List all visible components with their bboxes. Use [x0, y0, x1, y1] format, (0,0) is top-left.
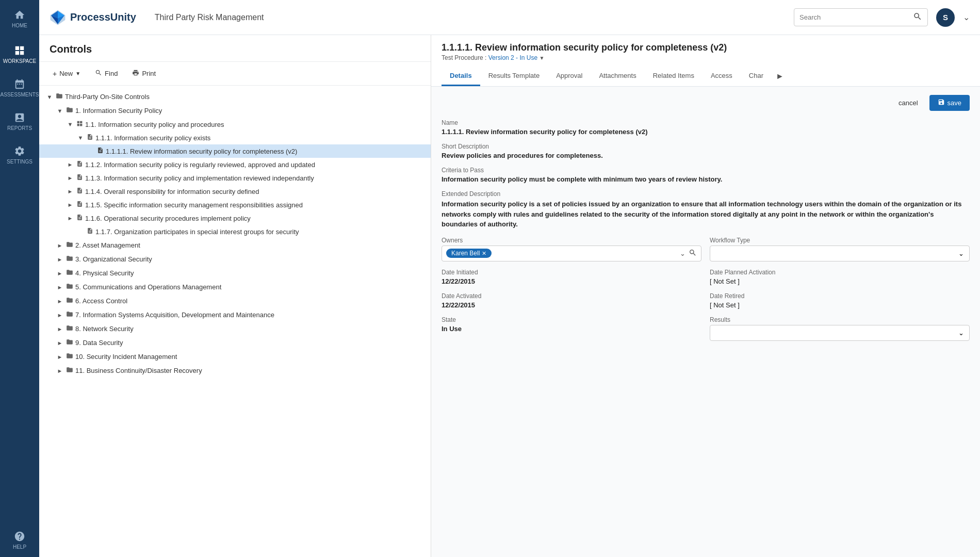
tab-char[interactable]: Char: [741, 67, 772, 86]
new-button[interactable]: + New ▼: [50, 68, 84, 80]
toggle-1-1[interactable]: ▼: [66, 121, 74, 127]
toggle-5[interactable]: ►: [56, 284, 64, 290]
toggle-6[interactable]: ►: [56, 298, 64, 304]
tree-node-1[interactable]: ▼ 1. Information Security Policy: [39, 104, 431, 118]
owners-workflow-row: Owners Karen Bell ✕ ⌄: [442, 237, 970, 261]
user-avatar[interactable]: S: [936, 8, 955, 27]
user-menu-chevron[interactable]: ⌄: [963, 12, 970, 22]
owners-chevron-icon[interactable]: ⌄: [680, 250, 685, 257]
owners-field[interactable]: Karen Bell ✕ ⌄: [442, 245, 701, 261]
tab-more-button[interactable]: ►: [772, 67, 788, 86]
toggle-4[interactable]: ►: [56, 270, 64, 276]
version-link[interactable]: Version 2 - In Use: [488, 54, 537, 61]
owners-search-icon[interactable]: [689, 249, 697, 258]
left-panel-header: Controls: [39, 35, 431, 62]
tab-related-items[interactable]: Related Items: [645, 67, 703, 86]
search-box[interactable]: [794, 8, 928, 26]
tab-results-template[interactable]: Results Template: [480, 67, 548, 86]
state-results-row: State In Use Results ⌄: [442, 316, 970, 341]
toggle-1-1-5[interactable]: ►: [66, 202, 74, 208]
tree-node-1-1-3[interactable]: ► 1.1.3. Information security policy and…: [39, 171, 431, 185]
toggle-10[interactable]: ►: [56, 354, 64, 360]
tree-node-1-1[interactable]: ▼ 1.1. Information security policy and p…: [39, 118, 431, 131]
find-button[interactable]: Find: [92, 67, 121, 80]
tree-node-1-1-5[interactable]: ► 1.1.5. Specific information security m…: [39, 198, 431, 211]
right-panel: 1.1.1.1. Review information security pol…: [431, 35, 980, 557]
tree-node-5[interactable]: ► 5. Communications and Operations Manag…: [39, 280, 431, 294]
toggle-1-1-3[interactable]: ►: [66, 175, 74, 181]
toggle-8[interactable]: ►: [56, 326, 64, 332]
cancel-button[interactable]: cancel: [892, 95, 924, 111]
sidebar-help-label: HELP: [13, 544, 26, 550]
toggle-2[interactable]: ►: [56, 242, 64, 249]
sidebar-item-workspace[interactable]: WORKSPACE: [0, 38, 39, 71]
owner-remove-icon[interactable]: ✕: [482, 250, 486, 257]
tab-approval[interactable]: Approval: [548, 67, 591, 86]
grid-icon-1-1: [76, 120, 83, 128]
tree-node-1-1-1-1[interactable]: 1.1.1.1. Review information security pol…: [39, 144, 431, 158]
sidebar-item-assessments[interactable]: ASSESSMENTS: [0, 71, 39, 105]
tree-label-1-1-6: 1.1.6. Operational security procedures i…: [85, 215, 424, 222]
tree-node-1-1-6[interactable]: ► 1.1.6. Operational security procedures…: [39, 211, 431, 225]
tree-node-11[interactable]: ► 11. Business Continuity/Disaster Recov…: [39, 364, 431, 378]
date-retired-label: Date Retired: [710, 292, 970, 300]
date-planned-label: Date Planned Activation: [710, 269, 970, 276]
tree-node-root[interactable]: ▼ Third-Party On-Site Controls: [39, 90, 431, 104]
save-label: save: [948, 99, 961, 107]
tree-node-6[interactable]: ► 6. Access Control: [39, 294, 431, 308]
toggle-9[interactable]: ►: [56, 340, 64, 346]
tree-node-1-1-2[interactable]: ► 1.1.2. Information security policy is …: [39, 158, 431, 171]
tree-label-1-1-7: 1.1.7. Organization participates in spec…: [95, 228, 424, 236]
tab-access[interactable]: Access: [703, 67, 741, 86]
tree-node-1-1-1[interactable]: ▼ 1.1.1. Information security policy exi…: [39, 131, 431, 144]
folder-icon-5: [66, 283, 73, 291]
tab-attachments[interactable]: Attachments: [591, 67, 644, 86]
owner-name: Karen Bell: [451, 250, 480, 257]
tree-container: ▼ Third-Party On-Site Controls ▼ 1. Info…: [39, 86, 431, 557]
toggle-1[interactable]: ▼: [56, 108, 64, 114]
tree-label-9: 9. Data Security: [75, 339, 424, 347]
tree-label-1-1-5: 1.1.5. Specific information security man…: [85, 201, 424, 209]
print-button[interactable]: Print: [129, 67, 159, 80]
tree-node-3[interactable]: ► 3. Organizational Security: [39, 252, 431, 266]
subtitle-chevron-icon[interactable]: ▼: [539, 55, 544, 61]
detail-title: 1.1.1.1. Review information security pol…: [442, 42, 970, 53]
toggle-1-1-1[interactable]: ▼: [76, 135, 85, 141]
tree-node-2[interactable]: ► 2. Asset Management: [39, 238, 431, 252]
sidebar-item-home[interactable]: HOME: [0, 0, 39, 38]
tabs-row: Details Results Template Approval Attach…: [442, 67, 970, 86]
save-button[interactable]: save: [929, 95, 970, 111]
toggle-11[interactable]: ►: [56, 368, 64, 374]
tree-node-1-1-7[interactable]: 1.1.7. Organization participates in spec…: [39, 225, 431, 238]
toggle-1-1-2[interactable]: ►: [66, 161, 74, 168]
toggle-7[interactable]: ►: [56, 312, 64, 318]
tab-results-label: Results Template: [488, 72, 540, 79]
toggle-1-1-6[interactable]: ►: [66, 215, 74, 221]
tree-node-8[interactable]: ► 8. Network Security: [39, 322, 431, 336]
search-input[interactable]: [799, 13, 910, 21]
folder-icon-9: [66, 338, 73, 347]
subtitle-prefix: Test Procedure :: [442, 54, 486, 61]
field-name: Name 1.1.1.1. Review information securit…: [442, 119, 970, 136]
tab-approval-label: Approval: [556, 72, 582, 79]
toggle-3[interactable]: ►: [56, 256, 64, 263]
tree-node-9[interactable]: ► 9. Data Security: [39, 336, 431, 350]
search-button[interactable]: [913, 12, 922, 23]
results-chevron-icon: ⌄: [958, 329, 964, 337]
toggle-root[interactable]: ▼: [45, 94, 54, 100]
sidebar-item-reports[interactable]: REPORTS: [0, 105, 39, 138]
toggle-1-1-4[interactable]: ►: [66, 188, 74, 194]
tree-node-10[interactable]: ► 10. Security Incident Management: [39, 350, 431, 364]
tree-node-1-1-4[interactable]: ► 1.1.4. Overall responsibility for info…: [39, 185, 431, 198]
tab-details[interactable]: Details: [442, 67, 480, 86]
tab-access-label: Access: [711, 72, 732, 79]
sidebar-item-settings[interactable]: SETTINGS: [0, 138, 39, 172]
results-field[interactable]: ⌄: [710, 325, 970, 341]
sidebar-item-help[interactable]: HELP: [0, 523, 39, 557]
short-desc-label: Short Description: [442, 143, 970, 150]
sidebar-settings-label: SETTINGS: [7, 159, 32, 165]
workflow-field[interactable]: ⌄: [710, 245, 970, 261]
tree-node-7[interactable]: ► 7. Information Systems Acquisition, De…: [39, 308, 431, 322]
owner-tag-karen: Karen Bell ✕: [446, 249, 492, 258]
tree-node-4[interactable]: ► 4. Physical Security: [39, 266, 431, 280]
